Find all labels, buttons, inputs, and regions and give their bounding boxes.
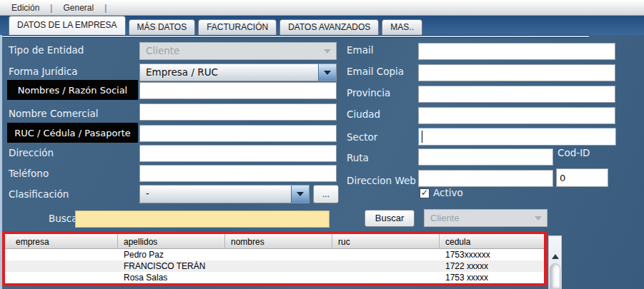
table-header-row: empresa apellidos nombres ruc cedula	[5, 234, 544, 249]
application-window: Edición | General | DATOS DE LA EMPRESA …	[0, 0, 644, 289]
forma-juridica-value: Empresa / RUC	[140, 64, 318, 81]
direccion-web-label: Direccion Web	[347, 175, 416, 186]
clasificacion-value: -	[140, 186, 291, 203]
telefono-label: Teléfono	[9, 168, 49, 179]
cell-cedula: 1753 xxxxx	[440, 273, 544, 283]
panel-top-edge	[1, 35, 589, 38]
scroll-up-button[interactable]	[549, 250, 561, 262]
email-label: Email	[347, 44, 373, 56]
table-row[interactable]: Pedro Paz 1753xxxxxx	[5, 249, 544, 260]
ruc-cedula-pasaporte-input[interactable]	[139, 125, 337, 142]
activo-label: Activo	[433, 187, 463, 198]
table-row[interactable]: FRANCISCO TERÁN 1722 xxxxx	[5, 260, 544, 272]
sector-label: Sector	[347, 131, 377, 143]
tab-mas-datos[interactable]: MÁS DATOS	[129, 19, 196, 35]
cell-apellidos: FRANCISCO TERÁN	[118, 261, 225, 271]
tipo-entidad-select: Cliente	[139, 42, 337, 60]
tipo-de-entidad-label: Tipo de Entidad	[9, 44, 84, 56]
ciudad-label: Ciudad	[347, 108, 380, 120]
direccion-input[interactable]	[139, 145, 337, 162]
chevron-down-icon	[297, 192, 304, 196]
provincia-input[interactable]	[418, 86, 615, 103]
chevron-down-icon	[324, 49, 331, 54]
sector-input[interactable]	[418, 128, 616, 146]
cell-cedula: 1753xxxxxx	[440, 250, 544, 260]
column-header-apellidos[interactable]: apellidos	[118, 234, 225, 248]
table-row[interactable]: Rosa Salas 1753 xxxxx	[5, 272, 544, 283]
chevron-down-icon	[535, 216, 542, 220]
buscar-button[interactable]: Buscar	[365, 210, 415, 227]
cod-id-input[interactable]	[556, 168, 608, 187]
table-scrollbar[interactable]	[548, 235, 562, 289]
buscar-por-input[interactable]	[75, 211, 330, 228]
column-header-ruc[interactable]: ruc	[332, 234, 440, 248]
nombre-comercial-label: Nombre Comercial	[9, 108, 99, 119]
menu-bar: Edición | General |	[0, 0, 644, 16]
column-header-nombres[interactable]: nombres	[225, 234, 332, 248]
ruta-label: Ruta	[347, 152, 369, 163]
nombres-razon-social-label: Nombres / Razón Social	[7, 80, 138, 100]
direccion-label: Dirección	[9, 147, 54, 158]
entity-select: Cliente	[424, 209, 548, 227]
clasificacion-more-button[interactable]: ...	[313, 185, 339, 203]
entity-value: Cliente	[425, 210, 530, 226]
nombres-razon-social-input[interactable]	[139, 82, 337, 99]
telefono-input[interactable]	[139, 165, 337, 182]
email-copia-label: Email Copia	[347, 66, 404, 77]
nombre-comercial-input[interactable]	[139, 103, 337, 121]
dropdown-button[interactable]	[291, 186, 309, 203]
ruc-cedula-pasaporte-label: RUC / Cédula / Pasaporte	[7, 123, 138, 143]
direccion-web-input[interactable]	[418, 170, 553, 187]
forma-juridica-label: Forma Jurídica	[9, 66, 77, 77]
menu-separator: |	[98, 3, 113, 13]
tab-strip: DATOS DE LA EMPRESA MÁS DATOS FACTURACIÓ…	[0, 16, 644, 35]
menu-item-edicion[interactable]: Edición	[7, 1, 44, 14]
check-icon: ✓	[421, 188, 428, 197]
text-cursor	[422, 131, 422, 143]
menu-separator: |	[44, 3, 59, 13]
email-input[interactable]	[418, 43, 615, 60]
cod-id-label: Cod-ID	[558, 147, 590, 158]
scrollbar-thumb[interactable]	[550, 263, 560, 288]
provincia-label: Provincia	[347, 87, 390, 98]
tab-datos-de-la-empresa[interactable]: DATOS DE LA EMPRESA	[9, 16, 126, 35]
tab-facturacion[interactable]: FACTURACIÓN	[198, 19, 277, 35]
triangle-up-icon	[552, 254, 559, 259]
column-header-empresa[interactable]: empresa	[5, 234, 118, 248]
dropdown-button	[319, 43, 336, 59]
tipo-entidad-value: Cliente	[140, 43, 319, 59]
cell-apellidos: Pedro Paz	[118, 250, 225, 260]
tab-datos-avanzados[interactable]: DATOS AVANZADOS	[279, 19, 379, 35]
forma-juridica-select[interactable]: Empresa / RUC	[139, 64, 337, 81]
dropdown-button	[530, 210, 547, 226]
menu-item-general[interactable]: General	[59, 1, 98, 14]
column-header-cedula[interactable]: cedula	[440, 234, 544, 248]
chevron-down-icon	[324, 71, 331, 75]
tab-mas[interactable]: MAS..	[382, 19, 422, 35]
email-copia-input[interactable]	[418, 64, 615, 81]
clasificacion-label: Clasificación	[9, 188, 69, 200]
ruta-input[interactable]	[418, 148, 553, 166]
dropdown-button[interactable]	[318, 64, 336, 81]
ciudad-input[interactable]	[418, 107, 615, 124]
activo-checkbox[interactable]: ✓	[420, 188, 430, 198]
results-table: empresa apellidos nombres ruc cedula Ped…	[2, 231, 547, 286]
cell-apellidos: Rosa Salas	[118, 273, 225, 283]
cell-cedula: 1722 xxxxx	[440, 261, 544, 271]
clasificacion-select[interactable]: -	[139, 185, 309, 203]
